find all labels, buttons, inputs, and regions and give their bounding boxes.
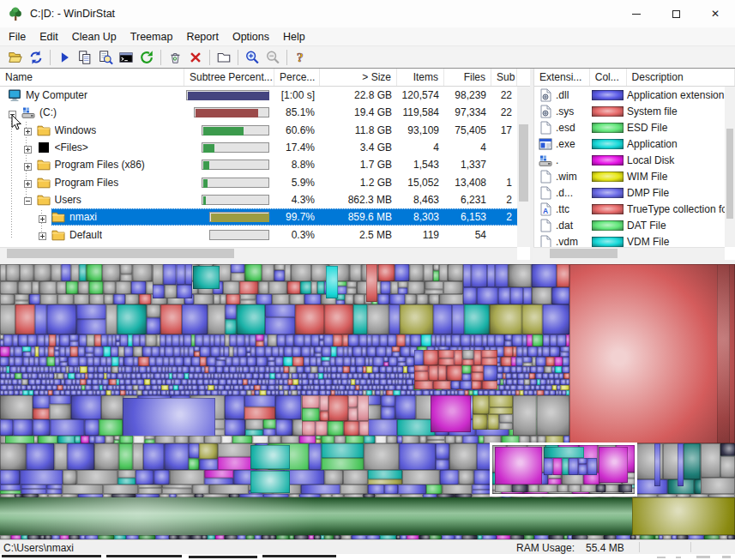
- expander-plus-icon[interactable]: [39, 231, 46, 238]
- ext-vscrollbar-thumb[interactable]: [726, 129, 733, 219]
- tree-row--c-[interactable]: (C:)85.1%19.4 GB119,58497,33422: [0, 104, 530, 121]
- treemap-canvas[interactable]: [0, 264, 735, 539]
- maximize-button[interactable]: [656, 0, 696, 27]
- tree-column-header-5[interactable]: Files: [444, 69, 491, 86]
- refresh-selected-icon[interactable]: [136, 48, 157, 67]
- close-button[interactable]: ✕: [696, 0, 735, 27]
- folder-outline-icon[interactable]: [214, 48, 234, 67]
- extension-name: .ttc: [556, 203, 590, 215]
- menu-file[interactable]: File: [2, 29, 33, 45]
- tree-item-label: My Computer: [26, 89, 87, 101]
- tree-row--files-[interactable]: <Files>17.4%3.4 GB44: [0, 139, 530, 156]
- expander-minus-icon[interactable]: [24, 196, 32, 203]
- tree-row-program-files[interactable]: Program Files5.9%1.2 GB15,05213,4081: [0, 173, 530, 190]
- menu-treemap[interactable]: Treemap: [124, 29, 180, 45]
- extension-description: DMP File: [627, 187, 735, 199]
- menu-options[interactable]: Options: [226, 29, 276, 45]
- disk-small-icon: [539, 154, 552, 166]
- directory-tree-pane: NameSubtree Percent...Perce...> SizeItem…: [0, 69, 530, 260]
- ext-column-header-2[interactable]: Description: [627, 69, 735, 86]
- menu-help[interactable]: Help: [276, 29, 312, 45]
- svg-text:A: A: [543, 207, 548, 215]
- ext-column-header-1[interactable]: Col...: [590, 69, 627, 86]
- extension-description: VDM File: [627, 236, 735, 248]
- minimize-button[interactable]: [617, 0, 656, 27]
- tree-cell-percent: 4.3%: [274, 194, 320, 206]
- expander-plus-icon[interactable]: [39, 214, 46, 221]
- tree-row-my-computer[interactable]: My Computer[1:00 s]22.8 GB120,57498,2392…: [0, 87, 530, 104]
- subtree-percent-bar: [184, 90, 274, 100]
- clipped-text-artifact: [696, 556, 710, 558]
- disk-icon: [21, 105, 35, 119]
- tree-cell-files: 6,153: [444, 211, 491, 223]
- tree-cell-percent: 99.7%: [274, 211, 320, 223]
- tree-cell-files: 54: [444, 229, 491, 241]
- copy-icon[interactable]: [75, 48, 95, 67]
- tree-hscrollbar-thumb[interactable]: [7, 249, 234, 258]
- font-icon: A: [539, 202, 552, 215]
- extension-row-esd[interactable]: .esdESD File: [534, 119, 735, 135]
- tree-row-program-files-x86-[interactable]: Program Files (x86)8.8%1.7 GB1,5431,337: [0, 156, 530, 173]
- tree-cell-size: 862.3 MB: [320, 194, 397, 206]
- subtree-percent-bar: [184, 212, 274, 222]
- toolbar-separator: [50, 50, 51, 65]
- expander-plus-icon[interactable]: [24, 178, 32, 186]
- tree-vscrollbar-thumb[interactable]: [519, 124, 528, 202]
- extension-row-[interactable]: .Local Disk: [534, 152, 735, 168]
- ext-column-header-0[interactable]: Extensi...: [534, 69, 590, 86]
- refresh-all-icon[interactable]: [26, 48, 46, 67]
- tree-column-header-1[interactable]: Subtree Percent...: [184, 69, 274, 86]
- extension-description: Local Disk: [627, 154, 735, 166]
- files-icon: [37, 141, 51, 154]
- folder-icon: [37, 193, 51, 207]
- extension-row-dat[interactable]: .datDAT File: [534, 217, 735, 233]
- tree-cell-sub: 22: [491, 106, 517, 118]
- expander-plus-icon[interactable]: [24, 144, 32, 152]
- subtree-percent-bar: [184, 160, 274, 170]
- menu-edit[interactable]: Edit: [33, 29, 65, 45]
- tree-column-header-4[interactable]: Items: [397, 69, 444, 86]
- tree-row-nmaxi[interactable]: nmaxi99.7%859.6 MB8,3036,1532: [0, 208, 530, 226]
- expander-plus-icon[interactable]: [24, 126, 32, 134]
- delete-icon[interactable]: [185, 48, 206, 67]
- tree-column-header-6[interactable]: Sub: [491, 69, 517, 86]
- open-icon[interactable]: [5, 48, 26, 67]
- extension-row-sys[interactable]: .sysSystem file: [534, 103, 735, 119]
- tree-cell-files: 13,408: [444, 177, 491, 189]
- cmd-icon[interactable]: [116, 48, 136, 67]
- tree-column-header-3[interactable]: > Size: [320, 69, 397, 86]
- extension-row-wim[interactable]: .wimWIM File: [534, 168, 735, 184]
- page-icon: [539, 121, 552, 134]
- recycle-bin-icon[interactable]: [165, 48, 185, 67]
- tree-row-windows[interactable]: Windows60.6%11.8 GB93,10975,40517: [0, 122, 530, 139]
- extension-name: .vdm: [556, 236, 590, 248]
- extension-row-ttc[interactable]: A.ttcTrueType collection font file: [534, 201, 735, 217]
- tree-row-users[interactable]: Users4.3%862.3 MB8,4636,2312: [0, 191, 530, 208]
- subtree-percent-bar: [184, 142, 274, 153]
- ext-hscrollbar-thumb[interactable]: [550, 249, 618, 258]
- extension-row-exe[interactable]: .exeApplication: [534, 135, 735, 152]
- menu-report[interactable]: Report: [179, 29, 226, 45]
- explorer-icon[interactable]: [95, 48, 116, 67]
- tree-column-header-2[interactable]: Perce...: [274, 69, 320, 86]
- page-gear-icon: [539, 88, 552, 101]
- tree-cell-percent: [1:00 s]: [274, 89, 320, 101]
- resume-icon[interactable]: [54, 48, 75, 67]
- extension-description: Application: [627, 138, 735, 150]
- menu-clean-up[interactable]: Clean Up: [65, 29, 124, 45]
- tree-column-header-0[interactable]: Name: [0, 69, 184, 86]
- tree-cell-sub: 2: [491, 194, 517, 206]
- help-icon[interactable]: ?: [291, 48, 311, 67]
- extension-description: TrueType collection font file: [627, 203, 735, 215]
- extension-row-d[interactable]: .d...DMP File: [534, 184, 735, 201]
- tree-cell-sub: 1: [491, 177, 517, 189]
- zoom-in-icon[interactable]: [242, 48, 262, 67]
- expander-plus-icon[interactable]: [24, 161, 32, 169]
- tree-row-default[interactable]: Default0.3%2.5 MB11954: [0, 226, 530, 243]
- tree-column-headers: NameSubtree Percent...Perce...> SizeItem…: [0, 69, 530, 87]
- tree-item-label: (C:): [39, 106, 57, 118]
- extension-row-dll[interactable]: .dllApplication extension: [534, 87, 735, 103]
- treemap-selection-rect: [490, 443, 637, 497]
- tree-cell-percent: 60.6%: [274, 124, 320, 136]
- extension-color-swatch: [592, 90, 624, 100]
